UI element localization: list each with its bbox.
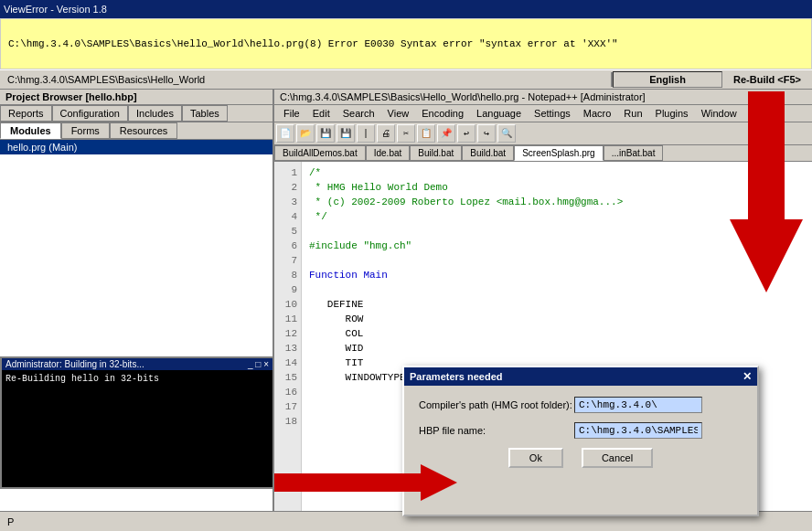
menu-settings[interactable]: Settings [529,107,576,120]
menu-view[interactable]: View [382,107,415,120]
toolbar-print[interactable]: 🖨 [377,124,395,143]
title-label: ViewError - Version 1.8 [4,4,107,15]
list-item[interactable]: hello.prg (Main) [0,140,272,154]
compiler-input[interactable] [574,397,702,413]
line-numbers: 12345 678910 1112131415 161718 [274,162,302,511]
toolbar-save[interactable]: 💾 [316,124,335,143]
tab-modules[interactable]: Modules [0,122,61,139]
file-tab-5[interactable]: ScreenSplash.prg [514,145,604,161]
tab-configuration[interactable]: Configuration [52,105,128,122]
pb-tabs: Reports Configuration Includes Tables [0,105,272,122]
dialog-close-button[interactable]: ✕ [743,370,752,383]
file-tab-3[interactable]: Build.bat [410,145,462,161]
toolbar-paste[interactable]: 📌 [437,124,455,143]
menu-file[interactable]: File [278,107,305,120]
console-body: Re-Building hello in 32-bits [2,370,272,388]
status-bar: C:\hmg.3.4.0\SAMPLES\Basics\Hello_World … [0,69,812,90]
tab-resources[interactable]: Resources [110,122,178,139]
toolbar-sep1: | [357,124,375,143]
dialog-buttons: Ok Cancel [419,448,743,468]
svg-marker-0 [730,91,803,292]
toolbar-undo[interactable]: ↩ [457,124,475,143]
menu-plugins[interactable]: Plugins [650,107,694,120]
console-title-text: Administrator: Building in 32-bits... [5,359,144,369]
menu-encoding[interactable]: Encoding [416,107,469,120]
file-tab-4[interactable]: Build.bat [462,145,514,161]
file-tab-2[interactable]: Ide.bat [366,145,411,161]
red-down-arrow [730,91,803,292]
red-right-arrow [274,464,457,501]
hbp-label: HBP file name: [419,425,574,436]
menu-run[interactable]: Run [618,107,647,120]
console-window: Administrator: Building in 32-bits... _ … [0,356,274,489]
toolbar-redo[interactable]: ↪ [477,124,496,143]
cancel-button[interactable]: Cancel [582,448,653,468]
menu-language[interactable]: Language [471,107,527,120]
error-text: C:\hmg.3.4.0\SAMPLES\Basics\Hello_World\… [8,38,618,49]
tab-tables[interactable]: Tables [182,105,228,122]
compiler-row: Compiler's path (HMG root folder): [419,397,743,413]
error-banner: C:\hmg.3.4.0\SAMPLES\Basics\Hello_World\… [0,18,812,69]
tab-reports[interactable]: Reports [0,105,52,122]
file-tab-6[interactable]: ...inBat.bat [604,145,664,161]
status-left: P [7,516,14,527]
menu-macro[interactable]: Macro [578,107,617,120]
console-line: Re-Building hello in 32-bits [5,374,269,384]
toolbar-find[interactable]: 🔍 [497,124,516,143]
menu-edit[interactable]: Edit [307,107,336,120]
toolbar-saveall[interactable]: 💾 [337,124,355,143]
hbp-row: HBP file name: [419,422,743,439]
tab-includes[interactable]: Includes [128,105,182,122]
toolbar-cut[interactable]: ✂ [397,124,415,143]
toolbar-copy[interactable]: 📋 [417,124,435,143]
status-path: C:\hmg.3.4.0\SAMPLES\Basics\Hello_World [0,72,613,87]
pb-title: Project Browser [hello.hbp] [0,90,272,105]
toolbar-new[interactable]: 📄 [276,124,294,143]
title-bar: ViewError - Version 1.8 [0,0,812,18]
svg-marker-1 [274,464,457,501]
dialog-title-text: Parameters needed [410,371,503,382]
compiler-label: Compiler's path (HMG root folder): [419,399,574,410]
pb-row2: Modules Forms Resources [0,122,272,140]
status-language: English [613,71,722,88]
file-tab-1[interactable]: BuildAllDemos.bat [274,145,366,161]
rebuild-button[interactable]: Re-Build <F5> [722,72,812,87]
console-controls: _ □ × [248,359,269,369]
hbp-input[interactable] [574,422,702,439]
ok-button[interactable]: Ok [508,448,563,468]
toolbar-open[interactable]: 📂 [296,124,315,143]
tab-forms[interactable]: Forms [61,122,110,139]
menu-search[interactable]: Search [337,107,380,120]
console-title: Administrator: Building in 32-bits... _ … [2,358,272,370]
dialog-title-bar: Parameters needed ✕ [404,367,757,386]
